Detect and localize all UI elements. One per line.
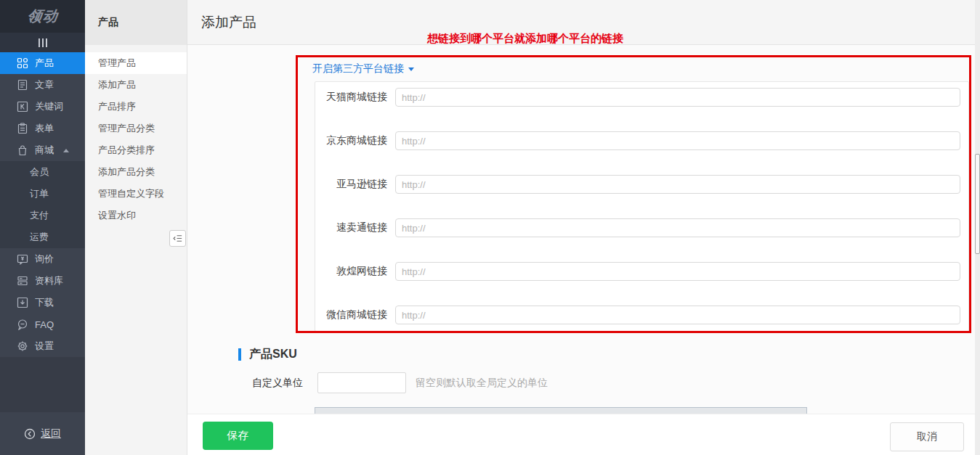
annotation-text: 想链接到哪个平台就添加哪个平台的链接 (427, 32, 623, 46)
aliexpress-link-label: 速卖通链接 (315, 221, 387, 234)
sidebar-item-label: 商城 (35, 144, 54, 157)
sidebar-item-faq[interactable]: FAQ (0, 313, 85, 335)
inquiry-bubble-icon (17, 253, 28, 265)
secondary-sidebar: 产品 管理产品 添加产品 产品排序 管理产品分类 产品分类排序 添加产品分类 管… (85, 0, 187, 455)
sidebar-subitem-members[interactable]: 会员 (0, 161, 85, 183)
primary-sidebar: 领动 产品 文章 关键词 表单 商城 (0, 0, 85, 455)
submenu-item-watermark[interactable]: 设置水印 (85, 205, 187, 226)
sidebar-item-library[interactable]: 资料库 (0, 270, 85, 292)
submenu-item-manage-products[interactable]: 管理产品 (85, 52, 187, 74)
keyword-icon (17, 101, 28, 112)
library-icon (17, 275, 28, 287)
tmall-link-label: 天猫商城链接 (315, 91, 387, 104)
sidebar-item-label: 关键词 (35, 100, 63, 113)
sidebar-item-articles[interactable]: 文章 (0, 74, 85, 96)
logo-text: 领动 (26, 7, 60, 26)
field-row: 速卖通链接 (315, 218, 960, 237)
wechat-link-label: 微信商城链接 (315, 308, 387, 321)
custom-unit-input[interactable] (317, 372, 406, 393)
amazon-link-input[interactable] (395, 175, 960, 194)
field-row: 京东商城链接 (315, 131, 960, 150)
sidebar-item-label: 产品 (35, 57, 54, 70)
article-icon (17, 79, 28, 91)
collapse-bars-icon (39, 38, 40, 47)
custom-unit-row: 自定义单位 留空则默认取全局定义的单位 (231, 372, 548, 393)
gear-icon (17, 340, 28, 352)
aliexpress-link-input[interactable] (395, 218, 960, 237)
back-circle-icon (24, 428, 36, 440)
field-row: 亚马逊链接 (315, 175, 960, 194)
sku-section-title: 产品SKU (249, 347, 297, 362)
sidebar-item-forms[interactable]: 表单 (0, 118, 85, 139)
field-row: 天猫商城链接 (315, 88, 960, 107)
caret-down-icon (408, 67, 414, 71)
sidebar-item-label: 表单 (35, 122, 54, 135)
submenu-title: 产品 (85, 0, 187, 45)
sidebar-item-label: 设置 (35, 340, 54, 353)
submenu-list: 管理产品 添加产品 产品排序 管理产品分类 产品分类排序 添加产品分类 管理自定… (85, 45, 187, 226)
save-button[interactable]: 保存 (203, 422, 273, 450)
field-row: 敦煌网链接 (315, 262, 960, 281)
action-footer: 保存 取消 (187, 414, 980, 455)
field-row: 微信商城链接 (315, 306, 960, 324)
jd-link-input[interactable] (395, 131, 960, 150)
sidebar-item-download[interactable]: 下载 (0, 292, 85, 313)
sidebar-item-label: 询价 (35, 253, 54, 266)
custom-unit-hint: 留空则默认取全局定义的单位 (416, 377, 548, 390)
third-party-toggle[interactable]: 开启第三方平台链接 (312, 62, 414, 75)
primary-nav: 产品 文章 关键词 表单 商城 会员 订单 支付 (0, 52, 85, 357)
grid-icon (17, 57, 28, 69)
app-logo: 领动 (0, 0, 85, 33)
caret-up-icon (63, 149, 69, 152)
tmall-link-input[interactable] (395, 88, 960, 107)
sidebar-item-label: 文章 (35, 78, 54, 91)
submenu-item-category-sort[interactable]: 产品分类排序 (85, 139, 187, 161)
third-party-links-panel: 天猫商城链接 京东商城链接 亚马逊链接 速卖通链接 敦煌网链接 微信商城链接 (315, 81, 969, 332)
amazon-link-label: 亚马逊链接 (315, 178, 387, 191)
submenu-item-add-product[interactable]: 添加产品 (85, 74, 187, 96)
outdent-icon (172, 233, 183, 244)
sidebar-item-mall[interactable]: 商城 (0, 139, 85, 161)
download-icon (17, 297, 28, 308)
page-title: 添加产品 (201, 13, 256, 32)
sidebar-item-keywords[interactable]: 关键词 (0, 96, 85, 118)
sidebar-item-label: 下载 (35, 296, 54, 309)
sidebar-item-settings[interactable]: 设置 (0, 335, 85, 357)
sidebar-item-label: FAQ (35, 319, 54, 330)
submenu-item-custom-fields[interactable]: 管理自定义字段 (85, 183, 187, 205)
form-icon (17, 123, 28, 134)
sidebar-subitem-orders[interactable]: 订单 (0, 183, 85, 205)
wechat-link-input[interactable] (395, 306, 960, 324)
scrollbar-thumb[interactable] (975, 154, 980, 254)
sidebar-subitem-shipping[interactable]: 运费 (0, 226, 85, 248)
section-accent-bar (238, 348, 241, 361)
cancel-button[interactable]: 取消 (890, 422, 964, 451)
sidebar-item-inquiry[interactable]: 询价 (0, 248, 85, 270)
sidebar-collapse-toggle[interactable] (0, 33, 85, 52)
submenu-item-product-sort[interactable]: 产品排序 (85, 96, 187, 118)
third-party-toggle-label: 开启第三方平台链接 (312, 62, 404, 75)
faq-bubble-icon (17, 319, 28, 330)
sku-section-header: 产品SKU (238, 347, 297, 362)
page-scrollbar[interactable] (975, 0, 980, 455)
main-content: 添加产品 想链接到哪个平台就添加哪个平台的链接 开启第三方平台链接 天猫商城链接… (187, 0, 980, 455)
sidebar-item-label: 资料库 (35, 274, 63, 287)
submenu-collapse-button[interactable] (169, 230, 186, 247)
sidebar-bottom: 返回 (0, 412, 85, 455)
custom-unit-label: 自定义单位 (231, 377, 303, 390)
mall-bag-icon (17, 144, 28, 156)
sidebar-spacer (0, 357, 85, 412)
mall-submenu: 会员 订单 支付 运费 (0, 161, 85, 248)
jd-link-label: 京东商城链接 (315, 134, 387, 147)
sidebar-subitem-payment[interactable]: 支付 (0, 205, 85, 226)
submenu-item-add-category[interactable]: 添加产品分类 (85, 161, 187, 183)
dhgate-link-label: 敦煌网链接 (315, 265, 387, 278)
back-button[interactable]: 返回 (24, 427, 61, 440)
back-label: 返回 (41, 427, 61, 440)
sidebar-item-products[interactable]: 产品 (0, 52, 85, 74)
submenu-item-manage-categories[interactable]: 管理产品分类 (85, 118, 187, 139)
dhgate-link-input[interactable] (395, 262, 960, 281)
